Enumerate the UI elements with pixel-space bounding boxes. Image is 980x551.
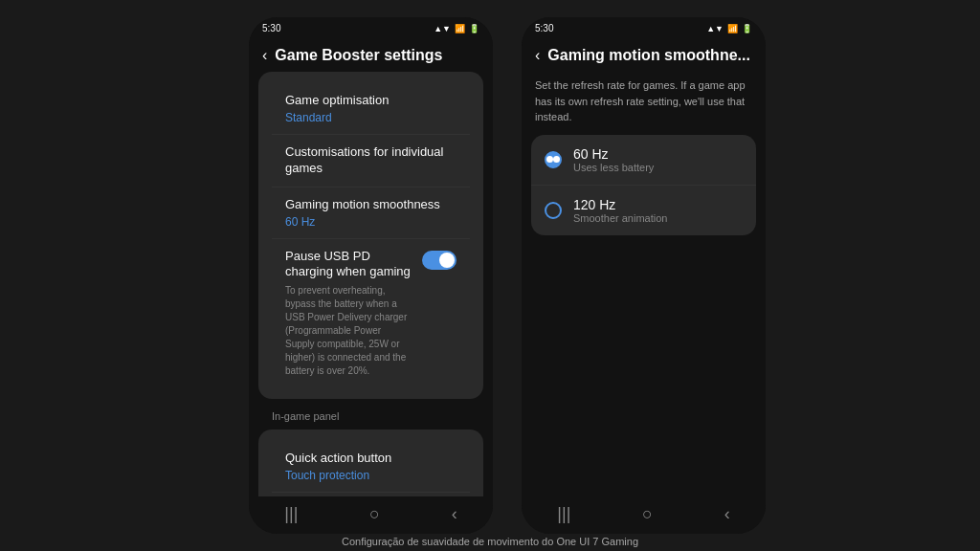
in-game-section-label: In-game panel — [258, 403, 483, 426]
right-status-bar: 5:30 ▲▼ 📶 🔋 — [522, 17, 766, 37]
right-description: Set the refresh rate for games. If a gam… — [522, 72, 766, 135]
main-settings-card: Game optimisation Standard Customisation… — [258, 72, 483, 399]
gaming-motion-title: Gaming motion smoothness — [285, 197, 457, 213]
bottom-caption: Configuração de suavidade de movimento d… — [0, 536, 980, 547]
in-game-card: Quick action button Touch protection Whe… — [258, 430, 483, 496]
60hz-radio[interactable] — [545, 151, 562, 168]
pause-usb-row: Pause USB PD charging when gaming To pre… — [285, 249, 457, 379]
120hz-radio[interactable] — [545, 202, 562, 219]
right-status-icons: ▲▼ 📶 🔋 — [706, 24, 752, 33]
quick-action-item[interactable]: Quick action button Touch protection — [272, 441, 470, 492]
right-nav-menu[interactable]: ||| — [557, 504, 570, 524]
right-nav-home[interactable]: ○ — [642, 504, 653, 524]
pause-usb-content: Pause USB PD charging when gaming To pre… — [285, 249, 422, 379]
left-status-bar: 5:30 ▲▼ 📶 🔋 — [249, 17, 493, 37]
120hz-sublabel: Smoother animation — [573, 212, 667, 224]
pause-usb-item[interactable]: Pause USB PD charging when gaming To pre… — [272, 238, 470, 388]
60hz-sublabel: Uses less battery — [573, 162, 654, 173]
120hz-option[interactable]: 120 Hz Smoother animation — [531, 185, 756, 235]
right-page-header: ‹ Gaming motion smoothne... — [522, 37, 766, 72]
60hz-option[interactable]: 60 Hz Uses less battery — [531, 135, 756, 185]
right-page-title: Gaming motion smoothne... — [547, 47, 750, 64]
right-nav-bar: ||| ○ ‹ — [522, 496, 766, 534]
right-spacer — [522, 235, 766, 497]
left-phone: 5:30 ▲▼ 📶 🔋 ‹ Game Booster settings Game… — [249, 17, 493, 534]
game-optimisation-title: Game optimisation — [285, 93, 457, 109]
quick-action-subtitle: Touch protection — [285, 469, 457, 482]
pause-usb-title: Pause USB PD charging when gaming — [285, 249, 412, 281]
pause-usb-toggle[interactable] — [422, 251, 457, 270]
customisations-title: Customisations for individual games — [285, 144, 457, 177]
left-status-time: 5:30 — [262, 23, 280, 33]
left-status-icons: ▲▼ 📶 🔋 — [434, 24, 479, 33]
gaming-motion-item[interactable]: Gaming motion smoothness 60 Hz — [272, 187, 470, 238]
game-optimisation-item[interactable]: Game optimisation Standard — [272, 83, 470, 134]
120hz-text: 120 Hz Smoother animation — [573, 197, 667, 224]
right-nav-back[interactable]: ‹ — [724, 504, 730, 524]
left-nav-back[interactable]: ‹ — [452, 504, 457, 524]
pause-usb-desc: To prevent overheating, bypass the batte… — [285, 284, 412, 378]
left-back-button[interactable]: ‹ — [262, 47, 267, 64]
game-optimisation-subtitle: Standard — [285, 111, 457, 124]
60hz-label: 60 Hz — [573, 146, 654, 162]
left-nav-bar: ||| ○ ‹ — [249, 496, 493, 534]
quick-action-title: Quick action button — [285, 451, 457, 467]
left-nav-menu[interactable]: ||| — [284, 504, 298, 524]
120hz-label: 120 Hz — [573, 197, 667, 212]
refresh-rate-card: 60 Hz Uses less battery 120 Hz Smoother … — [531, 135, 756, 235]
60hz-text: 60 Hz Uses less battery — [573, 146, 654, 173]
right-phone: 5:30 ▲▼ 📶 🔋 ‹ Gaming motion smoothne... … — [522, 17, 766, 534]
left-nav-home[interactable]: ○ — [369, 504, 380, 524]
customisations-item[interactable]: Customisations for individual games — [272, 134, 470, 187]
left-settings-list: Game optimisation Standard Customisation… — [249, 72, 493, 496]
left-page-header: ‹ Game Booster settings — [249, 37, 493, 72]
right-status-time: 5:30 — [535, 23, 553, 33]
left-page-title: Game Booster settings — [275, 47, 442, 64]
gaming-motion-subtitle: 60 Hz — [285, 215, 457, 229]
right-back-button[interactable]: ‹ — [535, 47, 540, 64]
